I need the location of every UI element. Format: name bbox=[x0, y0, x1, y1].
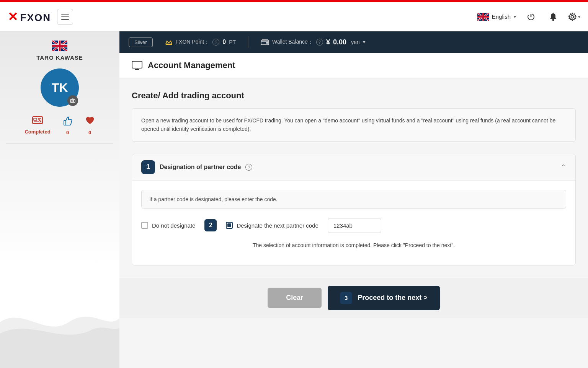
header-right: English ▾ ▾ bbox=[477, 10, 580, 24]
sidebar: TARO KAWASE TK bbox=[0, 31, 119, 368]
wallet-nav-item: Wallet Balance： ? ¥ 0.00 yen ▾ bbox=[261, 38, 365, 46]
clear-button[interactable]: Clear bbox=[268, 288, 322, 308]
no-designate-label: Do not designate bbox=[152, 222, 195, 229]
sidebar-wave bbox=[0, 299, 119, 368]
heart-icon bbox=[85, 116, 95, 127]
partner-options: Do not designate 2 Designate the next pa… bbox=[141, 218, 566, 233]
fxon-point-nav-item: FXON Point： ? 0 PT bbox=[165, 38, 236, 46]
svg-rect-10 bbox=[34, 118, 37, 120]
completed-label: Completed bbox=[24, 129, 50, 135]
svg-point-5 bbox=[571, 15, 574, 18]
sidebar-divider bbox=[6, 143, 114, 143]
sidebar-stats: Completed 0 0 bbox=[24, 116, 95, 135]
step1-section: 1 Designation of partner code ? ⌃ If a p… bbox=[132, 154, 576, 265]
step1-label: Designation of partner code bbox=[160, 164, 241, 171]
hearts-count: 0 bbox=[88, 130, 91, 135]
power-button[interactable] bbox=[524, 10, 538, 24]
logo-x: ✕ bbox=[8, 10, 18, 24]
no-designate-option[interactable]: Do not designate bbox=[141, 222, 195, 229]
thumbs-up-icon bbox=[63, 116, 73, 126]
hamburger-line bbox=[61, 19, 69, 20]
completion-text: The selection of account information is … bbox=[141, 242, 566, 248]
step1-badge: 1 bbox=[141, 160, 155, 174]
svg-rect-15 bbox=[64, 120, 66, 125]
stat-completed: Completed bbox=[24, 116, 50, 135]
designate-option[interactable]: Designate the next partner code bbox=[226, 222, 318, 229]
step1-body: If a partner code is designated, please … bbox=[132, 181, 575, 265]
avatar: TK bbox=[41, 68, 79, 107]
heart-icon bbox=[85, 116, 95, 126]
svg-point-8 bbox=[72, 100, 74, 102]
step1-header: 1 Designation of partner code ? ⌃ bbox=[132, 154, 575, 181]
designate-label: Designate the next partner code bbox=[237, 222, 318, 229]
step1-collapse-button[interactable]: ⌃ bbox=[560, 163, 566, 171]
yen-symbol: ¥ bbox=[326, 38, 330, 46]
sidebar-flag-icon bbox=[52, 41, 67, 51]
info-text: Open a new trading account to be used fo… bbox=[141, 116, 566, 134]
step3-badge: 3 bbox=[340, 292, 352, 304]
step2-badge-inline: 2 bbox=[204, 219, 217, 231]
settings-button[interactable]: ▾ bbox=[568, 13, 580, 21]
wallet-label: Wallet Balance： bbox=[272, 39, 313, 46]
settings-icon bbox=[568, 13, 577, 21]
fxon-point-help-icon[interactable]: ? bbox=[212, 39, 219, 46]
header: ✕ FXON English ▾ bbox=[0, 2, 588, 31]
language-label: English bbox=[492, 13, 511, 20]
svg-rect-18 bbox=[266, 42, 268, 44]
no-designate-checkbox[interactable] bbox=[141, 222, 148, 229]
dark-nav-bar: Silver FXON Point： ? 0 PT W bbox=[119, 31, 588, 53]
yen-unit: yen bbox=[351, 39, 360, 45]
step1-help-icon[interactable]: ? bbox=[245, 164, 252, 171]
avatar-camera-button[interactable] bbox=[67, 95, 78, 106]
section-title: Create/ Add trading account bbox=[132, 91, 576, 101]
thumbs-up-icon bbox=[63, 116, 73, 127]
silver-badge: Silver bbox=[129, 37, 153, 47]
svg-rect-19 bbox=[132, 61, 142, 68]
notifications-button[interactable] bbox=[546, 10, 560, 24]
id-card-icon bbox=[32, 116, 43, 124]
hint-box: If a partner code is designated, please … bbox=[141, 190, 566, 209]
svg-rect-16 bbox=[166, 44, 172, 45]
page-title-bar: Account Management bbox=[119, 53, 588, 78]
bottom-buttons: Clear 3 Proceed to the next > bbox=[119, 278, 588, 318]
next-label: Proceed to the next > bbox=[358, 294, 428, 302]
logo: ✕ FXON bbox=[8, 10, 51, 24]
main-layout: TARO KAWASE TK bbox=[0, 31, 588, 368]
svg-rect-9 bbox=[33, 117, 42, 124]
clear-label: Clear bbox=[286, 294, 303, 301]
wallet-help-icon[interactable]: ? bbox=[316, 39, 323, 46]
yen-chevron[interactable]: ▾ bbox=[363, 39, 365, 45]
stat-hearts: 0 bbox=[85, 116, 95, 135]
stat-likes: 0 bbox=[63, 116, 73, 135]
camera-icon bbox=[70, 98, 75, 103]
svg-point-3 bbox=[552, 19, 554, 21]
hamburger-line bbox=[61, 16, 69, 17]
logo-area: ✕ FXON bbox=[8, 9, 73, 25]
bell-icon bbox=[549, 13, 557, 21]
pt-value: 0 bbox=[222, 39, 226, 46]
crown-icon bbox=[165, 38, 173, 46]
pt-unit: PT bbox=[229, 39, 236, 45]
likes-count: 0 bbox=[66, 130, 69, 135]
avatar-initials: TK bbox=[52, 81, 68, 95]
power-icon bbox=[527, 13, 535, 21]
yen-value: 0.00 bbox=[333, 38, 346, 46]
hamburger-button[interactable] bbox=[57, 9, 73, 25]
fxon-point-label: FXON Point： bbox=[176, 39, 210, 46]
language-chevron: ▾ bbox=[514, 14, 516, 20]
monitor-icon bbox=[132, 61, 142, 70]
content-area: Silver FXON Point： ? 0 PT W bbox=[119, 31, 588, 368]
nav-divider-1 bbox=[248, 36, 248, 48]
id-card-icon bbox=[32, 116, 43, 127]
designate-checkbox[interactable] bbox=[226, 222, 233, 229]
language-selector[interactable]: English ▾ bbox=[477, 13, 516, 21]
settings-chevron: ▾ bbox=[578, 14, 580, 20]
page-title: Account Management bbox=[148, 60, 235, 70]
sidebar-username: TARO KAWASE bbox=[36, 54, 83, 61]
step1-header-left: 1 Designation of partner code ? bbox=[141, 160, 252, 174]
proceed-next-button[interactable]: 3 Proceed to the next > bbox=[328, 286, 440, 310]
uk-flag-icon bbox=[477, 13, 489, 21]
partner-code-input[interactable] bbox=[328, 218, 381, 233]
info-box: Open a new trading account to be used fo… bbox=[132, 108, 576, 142]
wallet-icon bbox=[261, 39, 269, 45]
